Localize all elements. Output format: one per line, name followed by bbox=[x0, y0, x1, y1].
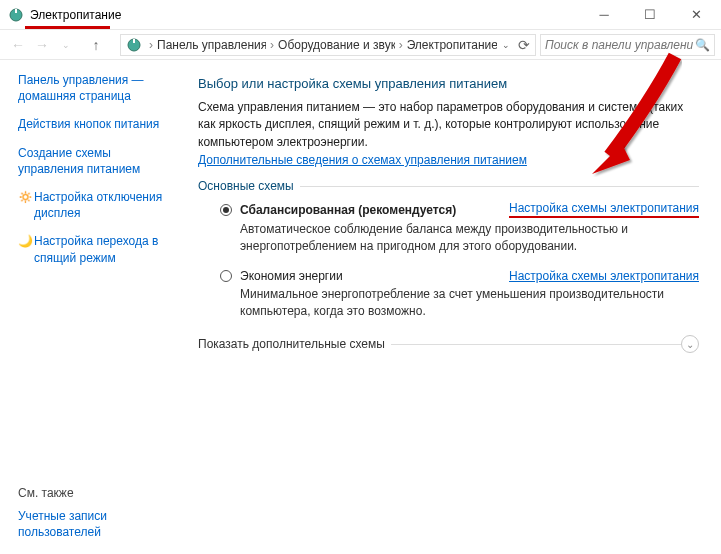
nav-forward-button[interactable]: → bbox=[30, 33, 54, 57]
main-content: Выбор или настройка схемы управления пит… bbox=[188, 60, 721, 554]
plan-name[interactable]: Экономия энергии bbox=[240, 269, 343, 283]
breadcrumb-icon bbox=[126, 37, 142, 53]
plan-description: Автоматическое соблюдение баланса между … bbox=[220, 221, 699, 255]
configure-plan-link[interactable]: Настройка схемы электропитания bbox=[509, 201, 699, 218]
window-title: Электропитание bbox=[30, 8, 581, 22]
content-body: Панель управления — домашняя страница Де… bbox=[0, 60, 721, 554]
breadcrumb-item[interactable]: Оборудование и звук bbox=[278, 38, 395, 52]
section-header: Основные схемы bbox=[198, 179, 699, 193]
breadcrumb-item[interactable]: Панель управления bbox=[157, 38, 266, 52]
radio-balanced[interactable] bbox=[220, 204, 232, 216]
sidebar-link-create-plan[interactable]: Создание схемы управления питанием bbox=[18, 145, 174, 177]
search-input[interactable] bbox=[545, 38, 693, 52]
maximize-button[interactable]: ☐ bbox=[627, 1, 673, 29]
nav-back-button[interactable]: ← bbox=[6, 33, 30, 57]
radio-saver[interactable] bbox=[220, 270, 232, 282]
search-icon[interactable]: 🔍 bbox=[695, 38, 710, 52]
chevron-right-icon: › bbox=[149, 38, 153, 52]
sidebar-link-sleep[interactable]: 🌙Настройка перехода в спящий режим bbox=[18, 233, 174, 265]
window-controls: ─ ☐ ✕ bbox=[581, 1, 719, 29]
search-box[interactable]: 🔍 bbox=[540, 34, 715, 56]
svg-rect-3 bbox=[133, 39, 135, 43]
chevron-down-icon[interactable]: ⌄ bbox=[681, 335, 699, 353]
chevron-right-icon: › bbox=[399, 38, 403, 52]
power-plan-balanced: Сбалансированная (рекомендуется) Настрой… bbox=[198, 201, 699, 255]
plan-description: Минимальное энергопотребление за счет ум… bbox=[220, 286, 699, 320]
page-title: Выбор или настройка схемы управления пит… bbox=[198, 76, 699, 91]
nav-toolbar: ← → ⌄ ↑ › Панель управления › Оборудован… bbox=[0, 30, 721, 60]
refresh-button[interactable]: ⟳ bbox=[515, 33, 533, 57]
sidebar-link-home[interactable]: Панель управления — домашняя страница bbox=[18, 72, 174, 104]
sidebar-link-user-accounts[interactable]: Учетные записи пользователей bbox=[18, 508, 174, 540]
show-more-row[interactable]: Показать дополнительные схемы ⌄ bbox=[198, 335, 699, 353]
see-also-label: См. также bbox=[18, 486, 174, 500]
sidebar-link-display-off[interactable]: 🔅Настройка отключения дисплея bbox=[18, 189, 174, 221]
minimize-button[interactable]: ─ bbox=[581, 1, 627, 29]
app-icon bbox=[8, 7, 24, 23]
show-more-rule bbox=[391, 344, 681, 345]
nav-up-button[interactable]: ↑ bbox=[84, 33, 108, 57]
power-plan-saver: Экономия энергии Настройка схемы электро… bbox=[198, 269, 699, 320]
plan-name[interactable]: Сбалансированная (рекомендуется) bbox=[240, 203, 456, 217]
svg-rect-1 bbox=[15, 9, 17, 13]
breadcrumb-bar[interactable]: › Панель управления › Оборудование и зву… bbox=[120, 34, 536, 56]
moon-icon: 🌙 bbox=[18, 233, 32, 249]
close-button[interactable]: ✕ bbox=[673, 1, 719, 29]
more-info-link[interactable]: Дополнительные сведения о схемах управле… bbox=[198, 153, 699, 167]
section-title: Основные схемы bbox=[198, 179, 294, 193]
page-description: Схема управления питанием — это набор па… bbox=[198, 99, 699, 151]
breadcrumb-item[interactable]: Электропитание bbox=[407, 38, 497, 52]
show-more-label: Показать дополнительные схемы bbox=[198, 337, 385, 351]
annotation-underline-title bbox=[25, 26, 110, 29]
window-titlebar: Электропитание ─ ☐ ✕ bbox=[0, 0, 721, 30]
nav-recent-dropdown[interactable]: ⌄ bbox=[54, 33, 78, 57]
section-rule bbox=[300, 186, 699, 187]
configure-plan-link[interactable]: Настройка схемы электропитания bbox=[509, 269, 699, 283]
shield-icon: 🔅 bbox=[18, 189, 32, 205]
chevron-right-icon: › bbox=[270, 38, 274, 52]
sidebar-link-power-buttons[interactable]: Действия кнопок питания bbox=[18, 116, 174, 132]
sidebar: Панель управления — домашняя страница Де… bbox=[0, 60, 188, 554]
breadcrumb-history-dropdown[interactable]: ⌄ bbox=[497, 33, 515, 57]
